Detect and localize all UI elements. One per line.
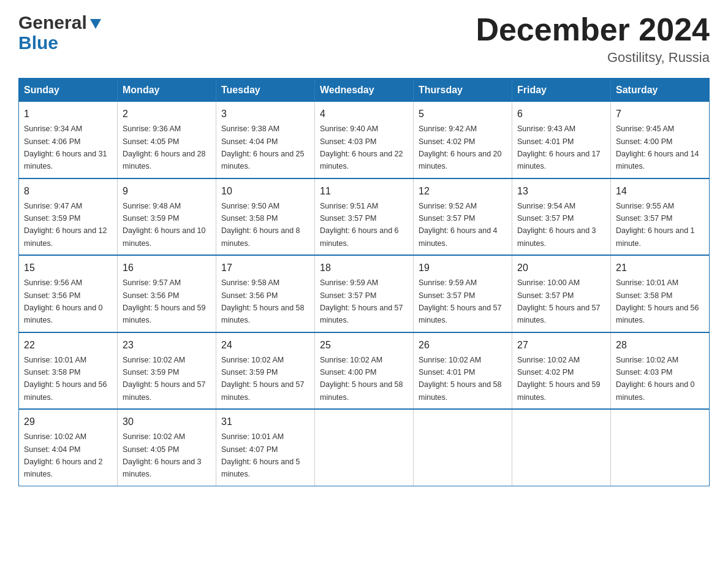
day-info: Sunrise: 10:02 AMSunset: 3:59 PMDaylight… [221, 356, 305, 402]
calendar-cell: 19 Sunrise: 9:59 AMSunset: 3:57 PMDaylig… [414, 255, 512, 332]
day-info: Sunrise: 9:51 AMSunset: 3:57 PMDaylight:… [320, 202, 399, 248]
day-number: 13 [517, 184, 605, 199]
calendar-cell: 22 Sunrise: 10:01 AMSunset: 3:58 PMDayli… [19, 332, 118, 410]
calendar-cell: 26 Sunrise: 10:02 AMSunset: 4:01 PMDayli… [414, 332, 512, 410]
calendar-cell: 6 Sunrise: 9:43 AMSunset: 4:01 PMDayligh… [512, 102, 611, 178]
calendar-cell: 28 Sunrise: 10:02 AMSunset: 4:03 PMDayli… [611, 332, 710, 410]
calendar-table: Sunday Monday Tuesday Wednesday Thursday… [18, 78, 710, 486]
day-number: 2 [123, 107, 211, 121]
day-number: 11 [320, 184, 408, 199]
day-info: Sunrise: 10:01 AMSunset: 3:58 PMDaylight… [616, 278, 699, 324]
day-info: Sunrise: 9:36 AMSunset: 4:05 PMDaylight:… [123, 124, 206, 170]
calendar-cell: 9 Sunrise: 9:48 AMSunset: 3:59 PMDayligh… [118, 178, 216, 256]
day-info: Sunrise: 10:02 AMSunset: 4:04 PMDaylight… [24, 432, 103, 478]
calendar-cell: 24 Sunrise: 10:02 AMSunset: 3:59 PMDayli… [216, 332, 315, 410]
header-sunday: Sunday [19, 79, 118, 102]
page-header: General Blue December 2024 Gostilitsy, R… [18, 12, 710, 66]
day-info: Sunrise: 10:02 AMSunset: 4:00 PMDaylight… [320, 356, 403, 402]
calendar-cell: 25 Sunrise: 10:02 AMSunset: 4:00 PMDayli… [315, 332, 414, 410]
day-number: 30 [123, 415, 211, 429]
logo-general-text: General [18, 12, 87, 33]
day-info: Sunrise: 9:45 AMSunset: 4:00 PMDaylight:… [616, 124, 699, 170]
day-info: Sunrise: 9:43 AMSunset: 4:01 PMDaylight:… [517, 124, 601, 170]
day-info: Sunrise: 9:48 AMSunset: 3:59 PMDaylight:… [123, 202, 206, 248]
calendar-cell: 4 Sunrise: 9:40 AMSunset: 4:03 PMDayligh… [315, 102, 414, 178]
day-number: 24 [221, 338, 309, 353]
logo: General Blue [18, 12, 102, 53]
calendar-header-row: Sunday Monday Tuesday Wednesday Thursday… [19, 79, 710, 102]
calendar-cell: 13 Sunrise: 9:54 AMSunset: 3:57 PMDaylig… [512, 178, 611, 256]
day-info: Sunrise: 9:58 AMSunset: 3:56 PMDaylight:… [221, 278, 305, 324]
calendar-location: Gostilitsy, Russia [476, 50, 710, 66]
day-number: 6 [517, 107, 605, 121]
calendar-cell [611, 409, 710, 486]
calendar-cell: 20 Sunrise: 10:00 AMSunset: 3:57 PMDayli… [512, 255, 611, 332]
day-info: Sunrise: 10:02 AMSunset: 4:03 PMDaylight… [616, 356, 695, 402]
calendar-week-row-2: 8 Sunrise: 9:47 AMSunset: 3:59 PMDayligh… [19, 178, 710, 256]
day-number: 16 [123, 261, 211, 275]
calendar-cell: 11 Sunrise: 9:51 AMSunset: 3:57 PMDaylig… [315, 178, 414, 256]
day-info: Sunrise: 9:34 AMSunset: 4:06 PMDaylight:… [24, 124, 107, 170]
day-number: 3 [221, 107, 309, 121]
calendar-cell: 7 Sunrise: 9:45 AMSunset: 4:00 PMDayligh… [611, 102, 710, 178]
day-number: 9 [123, 184, 211, 199]
calendar-cell: 16 Sunrise: 9:57 AMSunset: 3:56 PMDaylig… [118, 255, 216, 332]
day-number: 7 [616, 107, 704, 121]
day-number: 4 [320, 107, 408, 121]
calendar-cell: 10 Sunrise: 9:50 AMSunset: 3:58 PMDaylig… [216, 178, 315, 256]
calendar-week-row-4: 22 Sunrise: 10:01 AMSunset: 3:58 PMDayli… [19, 332, 710, 410]
calendar-cell: 30 Sunrise: 10:02 AMSunset: 4:05 PMDayli… [118, 409, 216, 486]
header-saturday: Saturday [611, 79, 710, 102]
day-number: 12 [419, 184, 507, 199]
calendar-cell: 3 Sunrise: 9:38 AMSunset: 4:04 PMDayligh… [216, 102, 315, 178]
day-info: Sunrise: 10:01 AMSunset: 4:07 PMDaylight… [221, 432, 300, 478]
calendar-cell: 23 Sunrise: 10:02 AMSunset: 3:59 PMDayli… [118, 332, 216, 410]
day-info: Sunrise: 9:50 AMSunset: 3:58 PMDaylight:… [221, 202, 300, 248]
calendar-cell [414, 409, 512, 486]
day-info: Sunrise: 10:02 AMSunset: 4:01 PMDaylight… [419, 356, 502, 402]
day-info: Sunrise: 9:54 AMSunset: 3:57 PMDaylight:… [517, 202, 596, 248]
day-number: 14 [616, 184, 704, 199]
day-number: 8 [24, 184, 112, 199]
logo-blue-text: Blue [18, 33, 58, 53]
day-number: 17 [221, 261, 309, 275]
day-number: 20 [517, 261, 605, 275]
svg-marker-0 [90, 19, 101, 29]
day-info: Sunrise: 9:52 AMSunset: 3:57 PMDaylight:… [419, 202, 498, 248]
calendar-cell: 29 Sunrise: 10:02 AMSunset: 4:04 PMDayli… [19, 409, 118, 486]
calendar-cell: 8 Sunrise: 9:47 AMSunset: 3:59 PMDayligh… [19, 178, 118, 256]
day-info: Sunrise: 10:02 AMSunset: 4:05 PMDaylight… [123, 432, 202, 478]
day-info: Sunrise: 9:59 AMSunset: 3:57 PMDaylight:… [320, 278, 403, 324]
header-friday: Friday [512, 79, 611, 102]
calendar-cell: 18 Sunrise: 9:59 AMSunset: 3:57 PMDaylig… [315, 255, 414, 332]
calendar-cell [315, 409, 414, 486]
day-number: 21 [616, 261, 704, 275]
header-monday: Monday [118, 79, 216, 102]
calendar-cell: 14 Sunrise: 9:55 AMSunset: 3:57 PMDaylig… [611, 178, 710, 256]
header-wednesday: Wednesday [315, 79, 414, 102]
calendar-cell: 21 Sunrise: 10:01 AMSunset: 3:58 PMDayli… [611, 255, 710, 332]
header-thursday: Thursday [414, 79, 512, 102]
day-info: Sunrise: 9:57 AMSunset: 3:56 PMDaylight:… [123, 278, 206, 324]
day-info: Sunrise: 10:02 AMSunset: 4:02 PMDaylight… [517, 356, 601, 402]
day-info: Sunrise: 9:42 AMSunset: 4:02 PMDaylight:… [419, 124, 502, 170]
day-info: Sunrise: 9:59 AMSunset: 3:57 PMDaylight:… [419, 278, 502, 324]
calendar-cell: 5 Sunrise: 9:42 AMSunset: 4:02 PMDayligh… [414, 102, 512, 178]
calendar-cell: 2 Sunrise: 9:36 AMSunset: 4:05 PMDayligh… [118, 102, 216, 178]
day-number: 5 [419, 107, 507, 121]
day-number: 25 [320, 338, 408, 353]
title-block: December 2024 Gostilitsy, Russia [476, 12, 710, 66]
calendar-week-row-1: 1 Sunrise: 9:34 AMSunset: 4:06 PMDayligh… [19, 102, 710, 178]
calendar-cell: 12 Sunrise: 9:52 AMSunset: 3:57 PMDaylig… [414, 178, 512, 256]
calendar-title: December 2024 [476, 12, 710, 47]
header-tuesday: Tuesday [216, 79, 315, 102]
day-number: 31 [221, 415, 309, 429]
calendar-cell: 27 Sunrise: 10:02 AMSunset: 4:02 PMDayli… [512, 332, 611, 410]
day-number: 10 [221, 184, 309, 199]
day-number: 29 [24, 415, 112, 429]
logo-triangle-icon [89, 17, 102, 30]
day-number: 18 [320, 261, 408, 275]
day-number: 27 [517, 338, 605, 353]
calendar-week-row-5: 29 Sunrise: 10:02 AMSunset: 4:04 PMDayli… [19, 409, 710, 486]
day-number: 22 [24, 338, 112, 353]
